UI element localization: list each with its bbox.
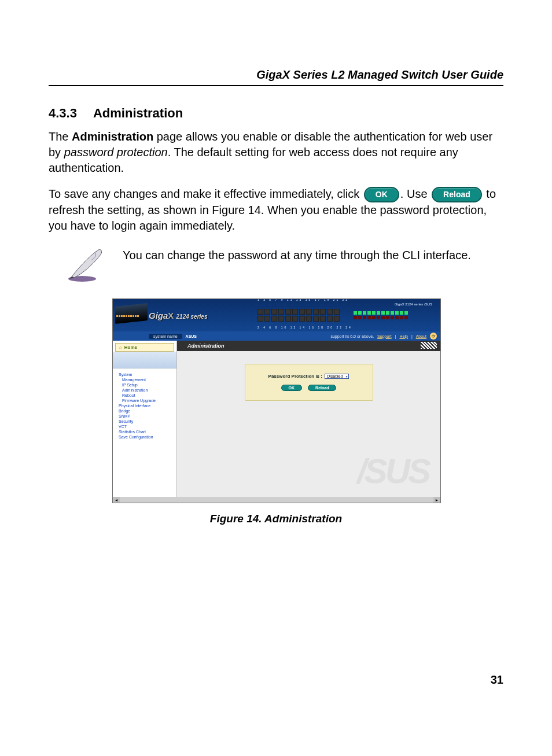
figure-14: GigaX 2124 series 1 3 5 7 9 11 13 15 17 … (112, 298, 440, 525)
figure-caption: Figure 14. Administration (112, 512, 440, 525)
settings-panel: Password Protection is : Disabled OK Rel… (245, 364, 373, 401)
ok-button-inline: OK (364, 187, 399, 202)
nav-snmp[interactable]: SNMP (116, 414, 173, 419)
sysname-value: ASUS (186, 334, 197, 338)
nav-system[interactable]: System (116, 372, 173, 377)
ok-button[interactable]: OK (281, 385, 303, 391)
scroll-left-icon[interactable]: ◄ (113, 497, 120, 503)
asus-mini-label: GigaX 2124 series /SUS (395, 303, 432, 306)
reload-button-inline: Reload (432, 187, 482, 202)
screenshot-topbanner: GigaX 2124 series 1 3 5 7 9 11 13 15 17 … (113, 299, 440, 331)
paragraph-1: The Administration page allows you enabl… (49, 129, 503, 176)
horizontal-scrollbar[interactable]: ◄ ► (113, 497, 440, 503)
nav-security[interactable]: Security (116, 419, 173, 424)
link-about[interactable]: About (416, 334, 426, 338)
brand-logo: GigaX 2124 series (149, 311, 207, 320)
paragraph-2: To save any changes and make it effectiv… (49, 186, 503, 234)
section-number: 4.3.3 (49, 106, 77, 121)
link-help[interactable]: Help (399, 334, 407, 338)
content-title-bar: Administration (177, 341, 440, 351)
note-row: You can change the password at any time … (66, 248, 503, 283)
content-title: Administration (187, 343, 225, 349)
sidebar-home[interactable]: ⌂ Home (115, 343, 174, 352)
device-ports-mini (116, 315, 139, 317)
nav-ip-setup[interactable]: IP Setup (116, 382, 173, 388)
port-numbers-bottom: 2 4 6 8 10 12 14 16 18 20 22 24 (257, 326, 352, 329)
port-row (257, 304, 435, 327)
sidebar-nav: System Management IP Setup Administratio… (113, 368, 176, 443)
infobar-right: support IE 6.0 or above. Support | Help … (330, 333, 437, 340)
screenshot-infobar: system name ASUS support IE 6.0 or above… (113, 331, 440, 341)
sysname-wrap: system name ASUS (116, 334, 197, 338)
sidebar: ⌂ Home System Management IP Setup Admini… (113, 341, 177, 497)
nav-management[interactable]: Management (116, 377, 173, 382)
nav-vct[interactable]: VCT (116, 424, 173, 429)
nav-save-configuration[interactable]: Save Configuration (116, 434, 173, 440)
section-title: Administration (93, 106, 183, 120)
content-area: Administration Password Protection is : … (177, 341, 440, 497)
password-protection-label: Password Protection is : (268, 374, 322, 379)
sysname-label: system name (149, 334, 182, 339)
nav-administration[interactable]: Administration (116, 388, 173, 393)
port-grid (257, 309, 340, 322)
support-text: support IE 6.0 or above. (330, 334, 374, 338)
note-text: You can change the password at any time … (123, 248, 494, 263)
refresh-icon[interactable]: ⟳ (430, 333, 437, 340)
scroll-right-icon[interactable]: ► (433, 497, 440, 503)
reload-button[interactable]: Reload (308, 385, 336, 391)
nav-bridge[interactable]: Bridge (116, 408, 173, 414)
nav-firmware-upgrade[interactable]: Firmware Upgrade (116, 398, 173, 403)
password-protection-select[interactable]: Disabled (325, 374, 349, 379)
sidebar-tab (113, 352, 176, 368)
nav-statistics-chart[interactable]: Statistics Chart (116, 429, 173, 434)
screenshot-administration: GigaX 2124 series 1 3 5 7 9 11 13 15 17 … (112, 298, 441, 503)
section-heading: 4.3.3Administration (49, 106, 503, 121)
nav-reboot[interactable]: Reboot (116, 393, 173, 398)
led-grid (354, 311, 408, 319)
pen-icon (66, 248, 106, 283)
asus-watermark: /SUS (357, 451, 429, 491)
device-image (115, 303, 148, 324)
link-support[interactable]: Support (377, 334, 392, 338)
nav-physical-interface[interactable]: Physical Interface (116, 403, 173, 408)
home-icon: ⌂ (119, 345, 122, 350)
port-numbers-top: 1 3 5 7 9 11 13 15 17 19 21 23 (257, 298, 349, 301)
page-header: GigaX Series L2 Managed Switch User Guid… (49, 68, 503, 86)
page-number: 31 (491, 673, 503, 687)
title-decoration-icon (421, 342, 437, 349)
